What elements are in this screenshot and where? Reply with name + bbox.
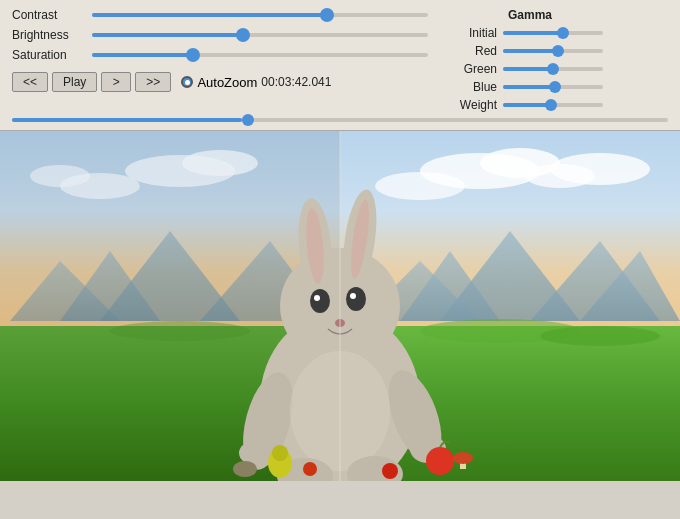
- brightness-row: Brightness: [12, 28, 428, 42]
- gamma-blue-slider[interactable]: [503, 85, 603, 89]
- playback-row: << Play > >> AutoZoom 00:03:42.041: [12, 68, 428, 94]
- gamma-red-row: Red: [448, 44, 668, 58]
- gamma-initial-row: Initial: [448, 26, 668, 40]
- svg-point-26: [110, 321, 250, 341]
- svg-point-7: [550, 153, 650, 185]
- gamma-red-slider[interactable]: [503, 49, 603, 53]
- saturation-label: Saturation: [12, 48, 92, 62]
- seek-fill: [12, 118, 242, 122]
- gamma-weight-thumb[interactable]: [545, 99, 557, 111]
- saturation-fill: [92, 53, 193, 57]
- autozoom-group: AutoZoom 00:03:42.041: [181, 75, 331, 90]
- saturation-row: Saturation: [12, 48, 428, 62]
- rewind-fast-button[interactable]: <<: [12, 72, 48, 92]
- timestamp: 00:03:42.041: [261, 75, 331, 89]
- forward-button[interactable]: >: [101, 72, 131, 92]
- svg-point-10: [182, 150, 258, 176]
- gamma-red-fill: [503, 49, 558, 53]
- gamma-red-thumb[interactable]: [552, 45, 564, 57]
- gamma-green-label: Green: [448, 62, 503, 76]
- seek-row: [12, 118, 668, 124]
- gamma-blue-fill: [503, 85, 555, 89]
- brightness-thumb[interactable]: [236, 28, 250, 42]
- gamma-green-slider[interactable]: [503, 67, 603, 71]
- gamma-blue-row: Blue: [448, 80, 668, 94]
- video-frame: [0, 131, 680, 481]
- seek-thumb[interactable]: [242, 114, 254, 126]
- svg-point-49: [303, 462, 317, 476]
- video-area: [0, 131, 680, 481]
- gamma-weight-label: Weight: [448, 98, 503, 112]
- gamma-title: Gamma: [448, 8, 668, 22]
- gamma-initial-thumb[interactable]: [557, 27, 569, 39]
- contrast-row: Contrast: [12, 8, 428, 22]
- seek-slider[interactable]: [12, 118, 668, 122]
- gamma-initial-fill: [503, 31, 563, 35]
- autozoom-label: AutoZoom: [197, 75, 257, 90]
- gamma-red-label: Red: [448, 44, 503, 58]
- gamma-weight-fill: [503, 103, 551, 107]
- gamma-green-row: Green: [448, 62, 668, 76]
- play-button[interactable]: Play: [52, 72, 97, 92]
- svg-point-52: [233, 461, 257, 477]
- gamma-weight-row: Weight: [448, 98, 668, 112]
- svg-point-8: [375, 172, 465, 200]
- left-controls: Contrast Brightness Saturation: [12, 8, 448, 116]
- svg-point-48: [382, 463, 398, 479]
- svg-point-33: [310, 289, 330, 313]
- brightness-slider[interactable]: [92, 33, 428, 37]
- brightness-label: Brightness: [12, 28, 92, 42]
- gamma-green-thumb[interactable]: [547, 63, 559, 75]
- svg-point-12: [30, 165, 90, 187]
- gamma-blue-thumb[interactable]: [549, 81, 561, 93]
- contrast-fill: [92, 13, 327, 17]
- gamma-initial-label: Initial: [448, 26, 503, 40]
- controls-panel: Contrast Brightness Saturation: [0, 0, 680, 131]
- svg-point-45: [426, 447, 454, 475]
- svg-point-34: [314, 295, 320, 301]
- contrast-thumb[interactable]: [320, 8, 334, 22]
- svg-point-36: [350, 293, 356, 299]
- autozoom-radio[interactable]: [181, 76, 193, 88]
- gamma-initial-slider[interactable]: [503, 31, 603, 35]
- svg-point-35: [346, 287, 366, 311]
- gamma-green-fill: [503, 67, 553, 71]
- svg-point-47: [272, 445, 288, 461]
- saturation-thumb[interactable]: [186, 48, 200, 62]
- gamma-controls: Gamma Initial Red Green: [448, 8, 668, 116]
- brightness-fill: [92, 33, 243, 37]
- contrast-label: Contrast: [12, 8, 92, 22]
- gamma-weight-slider[interactable]: [503, 103, 603, 107]
- forward-fast-button[interactable]: >>: [135, 72, 171, 92]
- svg-point-25: [540, 326, 660, 346]
- contrast-slider[interactable]: [92, 13, 428, 17]
- gamma-blue-label: Blue: [448, 80, 503, 94]
- svg-point-51: [453, 452, 473, 464]
- saturation-slider[interactable]: [92, 53, 428, 57]
